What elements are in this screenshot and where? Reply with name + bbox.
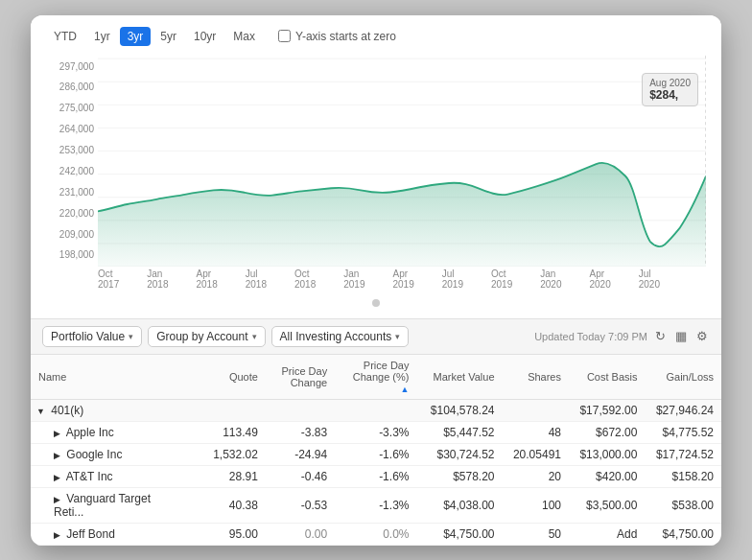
- apple-day-change-pct: -3.3%: [335, 421, 416, 443]
- accounts-arrow: ▾: [395, 332, 400, 341]
- jeffbond-day-change: 0.00: [266, 523, 335, 545]
- att-cost-basis: $420.00: [569, 465, 645, 487]
- group-cost-basis-401k: $17,592.00: [569, 399, 645, 421]
- stock-name-vanguard: ▶ Vanguard Target Reti...: [31, 487, 191, 523]
- time-btn-3yr[interactable]: 3yr: [120, 27, 152, 46]
- col-header-day-change: Price DayChange: [266, 355, 335, 400]
- google-gain-loss: $17,724.52: [645, 443, 721, 465]
- group-gain-loss-401k: $27,946.24: [645, 399, 721, 421]
- expand-triangle-google[interactable]: ▶: [54, 451, 60, 460]
- col-header-cost-basis: Cost Basis: [569, 355, 645, 400]
- stock-name-jeffbond: ▶ Jeff Bond: [31, 523, 191, 545]
- stock-name-att: ▶ AT&T Inc: [31, 465, 191, 487]
- table-body: ▼ 401(k) $104,578.24 $17,592.00 $27,946.…: [31, 399, 721, 545]
- time-btn-10yr[interactable]: 10yr: [186, 27, 223, 46]
- col-header-name: Name: [31, 355, 191, 400]
- vanguard-cost-basis: $3,500.00: [569, 487, 645, 523]
- stock-name-apple: ▶ Apple Inc: [31, 421, 191, 443]
- col-header-shares: Shares: [503, 355, 569, 400]
- table-controls-bar: Portfolio Value ▾ Group by Account ▾ All…: [31, 319, 721, 355]
- scroll-indicator: [46, 293, 706, 311]
- vanguard-day-change: -0.53: [266, 487, 335, 523]
- google-shares: 20.05491: [503, 443, 569, 465]
- chart-tooltip: Aug 2020 $284,: [642, 73, 698, 106]
- y-axis-labels: 297,000 286,000 275,000 264,000 253,000 …: [46, 56, 98, 267]
- att-shares: 20: [503, 465, 569, 487]
- col-header-market-value: Market Value: [416, 355, 502, 400]
- table-section: Portfolio Value ▾ Group by Account ▾ All…: [31, 318, 721, 546]
- expand-triangle-apple[interactable]: ▶: [54, 429, 60, 438]
- jeffbond-shares: 50: [503, 523, 569, 545]
- portfolio-table: Name Quote Price DayChange Price DayChan…: [31, 355, 721, 546]
- vanguard-market-value: $4,038.00: [416, 487, 502, 523]
- time-btn-max[interactable]: Max: [225, 27, 263, 46]
- sort-icon: ▲: [401, 385, 410, 394]
- google-cost-basis: $13,000.00: [569, 443, 645, 465]
- att-day-change-pct: -1.6%: [335, 465, 416, 487]
- x-axis-labels: Oct2017 Jan2018 Apr2018 Jul2018 Oct2018 …: [46, 267, 706, 290]
- chart-canvas[interactable]: Aug 2020 $284,: [98, 56, 706, 267]
- table-row: ▶ Google Inc 1,532.02 -24.94 -1.6% $30,7…: [31, 443, 721, 465]
- apple-shares: 48: [503, 421, 569, 443]
- jeffbond-day-change-pct: 0.0%: [335, 523, 416, 545]
- apple-gain-loss: $4,775.52: [645, 421, 721, 443]
- group-name-401k: ▼ 401(k): [31, 399, 191, 421]
- jeffbond-quote: 95.00: [191, 523, 266, 545]
- apple-cost-basis: $672.00: [569, 421, 645, 443]
- table-header: Name Quote Price DayChange Price DayChan…: [31, 355, 721, 400]
- att-gain-loss: $158.20: [645, 465, 721, 487]
- group-row-401k: ▼ 401(k) $104,578.24 $17,592.00 $27,946.…: [31, 399, 721, 421]
- apple-day-change: -3.83: [266, 421, 335, 443]
- google-day-change: -24.94: [266, 443, 335, 465]
- jeffbond-market-value: $4,750.00: [416, 523, 502, 545]
- settings-button[interactable]: ⚙: [694, 327, 710, 345]
- refresh-button[interactable]: ↻: [653, 327, 668, 345]
- chart-with-yaxis: 297,000 286,000 275,000 264,000 253,000 …: [46, 56, 706, 267]
- time-btn-ytd[interactable]: YTD: [46, 27, 84, 46]
- att-market-value: $578.20: [416, 465, 502, 487]
- apple-market-value: $5,447.52: [416, 421, 502, 443]
- collapse-triangle-401k[interactable]: ▼: [36, 407, 45, 416]
- accounts-dropdown[interactable]: All Investing Accounts ▾: [271, 326, 410, 347]
- vanguard-shares: 100: [503, 487, 569, 523]
- jeffbond-cost-basis[interactable]: Add: [569, 523, 645, 545]
- apple-quote: 113.49: [191, 421, 266, 443]
- col-header-quote: Quote: [191, 355, 266, 400]
- google-day-change-pct: -1.6%: [335, 443, 416, 465]
- chart-section: YTD 1yr 3yr 5yr 10yr Max Y-axis starts a…: [31, 15, 721, 318]
- att-quote: 28.91: [191, 465, 266, 487]
- y-axis-checkbox-label: Y-axis starts at zero: [278, 30, 396, 43]
- grid-view-button[interactable]: ▦: [673, 327, 689, 345]
- time-btn-1yr[interactable]: 1yr: [86, 27, 118, 46]
- time-controls: YTD 1yr 3yr 5yr 10yr Max Y-axis starts a…: [46, 27, 706, 46]
- group-market-value-401k: $104,578.24: [416, 399, 502, 421]
- table-row: ▶ Vanguard Target Reti... 40.38 -0.53 -1…: [31, 487, 721, 523]
- portfolio-dropdown-arrow: ▾: [129, 332, 133, 341]
- vanguard-gain-loss: $538.00: [645, 487, 721, 523]
- col-header-gain-loss: Gain/Loss: [645, 355, 721, 400]
- table-row: ▶ Apple Inc 113.49 -3.83 -3.3% $5,447.52…: [31, 421, 721, 443]
- group-by-dropdown[interactable]: Group by Account ▾: [148, 326, 265, 347]
- expand-triangle-vanguard[interactable]: ▶: [54, 495, 60, 504]
- y-axis-checkbox[interactable]: [278, 30, 291, 42]
- table-row: ▶ Jeff Bond 95.00 0.00 0.0% $4,750.00 50…: [31, 523, 721, 545]
- expand-triangle-att[interactable]: ▶: [54, 473, 60, 482]
- att-day-change: -0.46: [266, 465, 335, 487]
- vanguard-quote: 40.38: [191, 487, 266, 523]
- vanguard-day-change-pct: -1.3%: [335, 487, 416, 523]
- table-row: ▶ AT&T Inc 28.91 -0.46 -1.6% $578.20 20 …: [31, 465, 721, 487]
- google-market-value: $30,724.52: [416, 443, 502, 465]
- expand-triangle-jeffbond[interactable]: ▶: [54, 530, 60, 540]
- updated-info: Updated Today 7:09 PM ↻ ▦ ⚙: [534, 327, 710, 345]
- group-by-arrow: ▾: [252, 332, 257, 341]
- main-card: YTD 1yr 3yr 5yr 10yr Max Y-axis starts a…: [31, 15, 721, 546]
- stock-name-google: ▶ Google Inc: [31, 443, 191, 465]
- time-btn-5yr[interactable]: 5yr: [153, 27, 184, 46]
- google-quote: 1,532.02: [191, 443, 266, 465]
- jeffbond-gain-loss: $4,750.00: [645, 523, 721, 545]
- portfolio-value-dropdown[interactable]: Portfolio Value ▾: [42, 326, 142, 347]
- col-header-day-change-pct: Price DayChange (%) ▲: [335, 355, 416, 400]
